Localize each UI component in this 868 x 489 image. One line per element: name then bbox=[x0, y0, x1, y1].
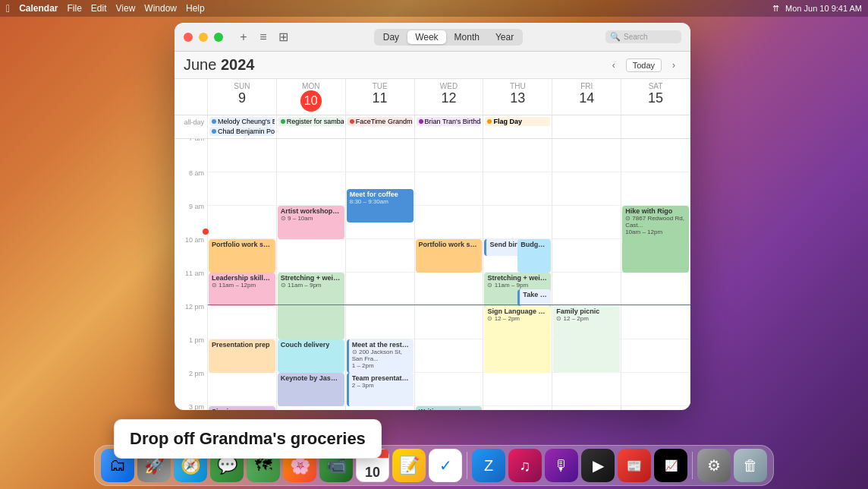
dock-item-news[interactable]: 📰 bbox=[618, 449, 651, 482]
time-cell-thu-3[interactable] bbox=[483, 406, 552, 410]
prev-week-button[interactable]: ‹ bbox=[606, 58, 621, 73]
maximize-button[interactable] bbox=[214, 33, 223, 42]
event-writing-session[interactable]: Writing session with Or... bbox=[416, 406, 483, 410]
event-portfolio-wed[interactable]: Portfolio work session bbox=[416, 239, 483, 273]
event-portfolio-sun[interactable]: Portfolio work session bbox=[209, 239, 275, 273]
time-cell-wed-2[interactable] bbox=[415, 373, 484, 406]
time-cell-thu-7[interactable] bbox=[483, 139, 552, 172]
event-leadership[interactable]: Leadership skills workshop ⊙ 11am – 12pm bbox=[209, 273, 275, 306]
time-cell-thu-2[interactable] bbox=[483, 373, 552, 406]
time-cell-tue-1[interactable]: Meet at the restaurant ⊙ 200 Jackson St,… bbox=[346, 339, 415, 373]
allday-event-chad[interactable]: Chad Benjamin Potter... bbox=[209, 127, 275, 136]
menu-help[interactable]: Help bbox=[186, 3, 205, 14]
time-cell-mon-9[interactable]: Artist workshop kickoff! ⊙ 9 – 10am bbox=[277, 206, 346, 239]
time-cell-sun-1[interactable]: Presentation prep bbox=[208, 339, 277, 373]
dock-item-appletv[interactable]: ▶ bbox=[581, 449, 615, 482]
time-cell-tue-8[interactable]: Meet for coffee 8:30 – 9:30am bbox=[346, 172, 415, 206]
allday-event-melody[interactable]: Melody Cheung's Birt... bbox=[209, 117, 275, 126]
menu-window[interactable]: Window bbox=[144, 3, 177, 14]
time-cell-wed-9[interactable] bbox=[415, 206, 484, 239]
menu-file[interactable]: File bbox=[67, 3, 81, 14]
today-button[interactable]: Today bbox=[626, 58, 662, 72]
time-cell-sun-3[interactable]: Singing group bbox=[208, 406, 277, 410]
tab-day[interactable]: Day bbox=[376, 30, 407, 44]
time-cell-mon-1[interactable]: Couch delivery bbox=[277, 339, 346, 373]
time-cell-mon-2[interactable]: Keynote by Jasmine bbox=[277, 373, 346, 406]
event-presentation-prep[interactable]: Presentation prep bbox=[209, 339, 275, 373]
sidebar-button[interactable]: ⊞ bbox=[275, 29, 291, 46]
time-cell-fri-9[interactable] bbox=[552, 206, 621, 239]
allday-event-brian[interactable]: Brian Tran's Birthday bbox=[417, 117, 482, 126]
minimize-button[interactable] bbox=[199, 33, 208, 42]
time-cell-sat-11[interactable] bbox=[621, 273, 690, 306]
time-cell-wed-1[interactable] bbox=[415, 339, 484, 373]
time-cell-fri-2[interactable] bbox=[552, 373, 621, 406]
time-cell-thu-9[interactable] bbox=[483, 206, 552, 239]
time-cell-mon-7[interactable] bbox=[277, 139, 346, 172]
event-artist-workshop[interactable]: Artist workshop kickoff! ⊙ 9 – 10am bbox=[278, 206, 344, 239]
time-cell-sun-2[interactable] bbox=[208, 373, 277, 406]
time-cell-mon-11[interactable]: Stretching + weights ⊙ 11am – 9pm bbox=[277, 273, 346, 306]
event-meet-coffee[interactable]: Meet for coffee 8:30 – 9:30am bbox=[347, 189, 414, 222]
app-menu-calendar[interactable]: Calendar bbox=[19, 3, 58, 14]
add-event-button[interactable]: + bbox=[235, 29, 252, 46]
time-cell-sun-7[interactable] bbox=[208, 139, 277, 172]
time-cell-thu-12[interactable]: Sign Language Club ⊙ 12 – 2pm bbox=[483, 306, 552, 339]
event-family-picnic[interactable]: Family picnic ⊙ 12 – 2pm bbox=[553, 306, 620, 373]
time-grid[interactable]: 7 am 8 am Meet for coffee 8:30 – 9:30am bbox=[175, 139, 690, 410]
dock-item-trash[interactable]: 🗑 bbox=[734, 449, 767, 482]
time-cell-mon-10[interactable] bbox=[277, 239, 346, 273]
time-cell-sun-11[interactable]: Leadership skills workshop ⊙ 11am – 12pm bbox=[208, 273, 277, 306]
time-cell-fri-12[interactable]: Family picnic ⊙ 12 – 2pm bbox=[552, 306, 621, 339]
allday-event-flagday[interactable]: Flag Day bbox=[485, 117, 550, 126]
time-cell-tue-2[interactable]: Team presentation 2 – 3pm bbox=[346, 373, 415, 406]
dock-item-stocks[interactable]: 📈 bbox=[654, 449, 687, 482]
dock-item-notes[interactable]: 📝 bbox=[392, 449, 426, 482]
time-cell-sat-9[interactable]: Hike with Rigo ⊙ 7867 Redwood Rd, Cast..… bbox=[621, 206, 690, 239]
time-cell-wed-12[interactable] bbox=[415, 306, 484, 339]
allday-event-samba[interactable]: Register for samba class bbox=[278, 117, 344, 126]
event-stretching-mon[interactable]: Stretching + weights ⊙ 11am – 9pm bbox=[278, 273, 344, 339]
time-cell-fri-7[interactable] bbox=[552, 139, 621, 172]
time-cell-sun-8[interactable] bbox=[208, 172, 277, 206]
tab-month[interactable]: Month bbox=[447, 30, 487, 44]
time-cell-fri-11[interactable] bbox=[552, 273, 621, 306]
time-cell-sun-9[interactable] bbox=[208, 206, 277, 239]
time-cell-thu-8[interactable] bbox=[483, 172, 552, 206]
close-button[interactable] bbox=[184, 33, 193, 42]
time-cell-tue-7[interactable] bbox=[346, 139, 415, 172]
time-cell-fri-10[interactable] bbox=[552, 239, 621, 273]
time-cell-wed-7[interactable] bbox=[415, 139, 484, 172]
list-view-button[interactable]: ≡ bbox=[255, 29, 272, 46]
time-cell-sat-3[interactable] bbox=[621, 406, 690, 410]
time-cell-sat-2[interactable] bbox=[621, 373, 690, 406]
time-cell-tue-10[interactable] bbox=[346, 239, 415, 273]
time-cell-thu-11[interactable]: Stretching + weights ⊙ 11am – 9pm Take L… bbox=[483, 273, 552, 306]
time-cell-mon-3[interactable] bbox=[277, 406, 346, 410]
dock-item-music[interactable]: ♫ bbox=[508, 449, 542, 482]
allday-event-facetime[interactable]: FaceTime Grandma bbox=[348, 117, 413, 126]
time-cell-fri-8[interactable] bbox=[552, 172, 621, 206]
menu-edit[interactable]: Edit bbox=[91, 3, 107, 14]
time-cell-wed-8[interactable] bbox=[415, 172, 484, 206]
event-team-presentation[interactable]: Team presentation 2 – 3pm bbox=[347, 373, 414, 406]
time-cell-wed-11[interactable] bbox=[415, 273, 484, 306]
time-cell-mon-8[interactable] bbox=[277, 172, 346, 206]
time-cell-sun-12[interactable] bbox=[208, 306, 277, 339]
time-cell-wed-3[interactable]: Writing session with Or... bbox=[415, 406, 484, 410]
apple-menu[interactable]:  bbox=[6, 2, 10, 14]
event-singing-group[interactable]: Singing group bbox=[209, 406, 275, 410]
event-meet-restaurant[interactable]: Meet at the restaurant ⊙ 200 Jackson St,… bbox=[347, 339, 414, 373]
event-luna-vet[interactable]: Take Luna to the vet bbox=[517, 289, 551, 306]
tab-week[interactable]: Week bbox=[407, 30, 445, 44]
menu-view[interactable]: View bbox=[116, 3, 136, 14]
time-cell-tue-3[interactable] bbox=[346, 406, 415, 410]
time-cell-sat-8[interactable] bbox=[621, 172, 690, 206]
time-cell-sat-12[interactable] bbox=[621, 306, 690, 339]
event-couch-delivery[interactable]: Couch delivery bbox=[278, 339, 344, 373]
dock-item-podcasts[interactable]: 🎙 bbox=[545, 449, 578, 482]
dock-item-reminders[interactable]: ✓ bbox=[429, 449, 462, 482]
event-hike-rigo[interactable]: Hike with Rigo ⊙ 7867 Redwood Rd, Cast..… bbox=[622, 206, 689, 273]
dock-item-systemprefs[interactable]: ⚙ bbox=[697, 449, 731, 482]
event-budget-meeting[interactable]: Budget meeting bbox=[517, 239, 551, 273]
